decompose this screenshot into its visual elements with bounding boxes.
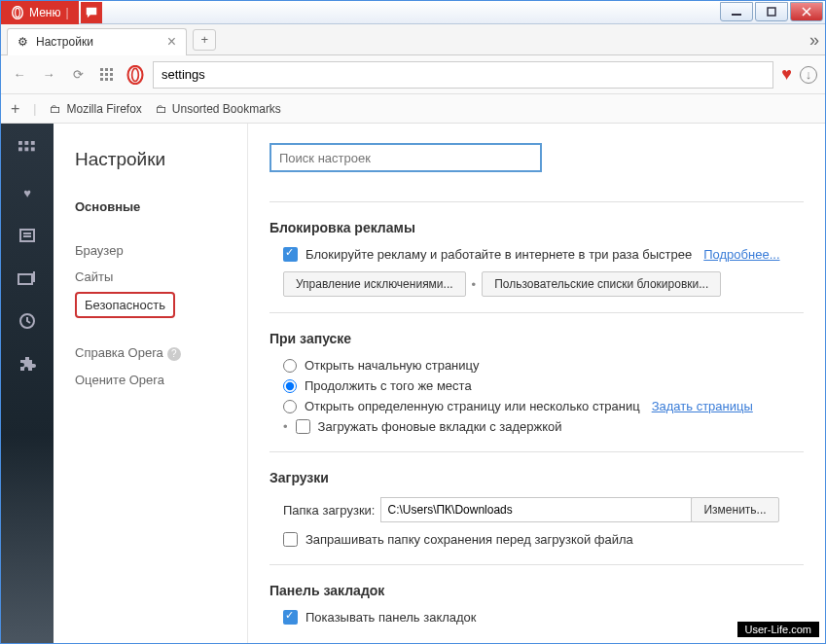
bookmark-folder-unsorted[interactable]: 🗀 Unsorted Bookmarks — [156, 102, 281, 116]
svg-rect-12 — [110, 78, 113, 81]
tab-bar: ⚙ Настройки × + » — [1, 24, 825, 55]
add-bookmark-button[interactable]: + — [11, 100, 19, 118]
svg-rect-17 — [31, 141, 35, 145]
bg-tabs-checkbox[interactable] — [296, 419, 310, 434]
bm-label-0: Mozilla Firefox — [66, 102, 141, 116]
startup-radio-home[interactable] — [283, 359, 297, 373]
svg-rect-10 — [100, 78, 103, 81]
section-title: Блокировка рекламы — [269, 220, 804, 235]
tab-title: Настройки — [36, 35, 93, 49]
new-tab-button[interactable]: + — [193, 29, 216, 51]
folder-icon: 🗀 — [50, 102, 61, 116]
section-title: Загрузки — [269, 470, 804, 485]
svg-rect-4 — [100, 68, 103, 71]
startup-radio-continue[interactable] — [283, 379, 297, 393]
svg-rect-3 — [768, 8, 775, 16]
sidebar-item-sites[interactable]: Сайты — [75, 264, 247, 290]
svg-rect-6 — [110, 68, 113, 71]
opera-menu-button[interactable]: Меню | — [1, 1, 79, 24]
back-button[interactable]: ← — [9, 64, 30, 86]
sidebar-item-browser[interactable]: Браузер — [75, 237, 247, 264]
extensions-icon[interactable] — [17, 353, 38, 375]
settings-content: Блокировка рекламы Блокируйте рекламу и … — [248, 124, 825, 643]
section-title: При запуске — [269, 331, 804, 346]
tabs-icon[interactable] — [17, 268, 38, 289]
close-button[interactable] — [790, 2, 823, 21]
svg-rect-18 — [18, 147, 22, 151]
history-icon[interactable] — [17, 310, 38, 332]
gear-icon: ⚙ — [18, 35, 28, 49]
menu-label: Меню — [29, 6, 60, 19]
bg-tabs-label: Загружать фоновые вкладки с задержкой — [318, 419, 562, 434]
address-bar: ← → ⟳ ♥ ↓ — [1, 55, 825, 94]
bookmarks-icon[interactable]: ♥ — [17, 182, 38, 203]
startup-opt-0: Открыть начальную страницу — [305, 358, 480, 373]
sidebar-item-security[interactable]: Безопасность — [75, 292, 175, 318]
section-startup: При запуске Открыть начальную страницу П… — [269, 312, 804, 451]
sidebar-title: Настройки — [75, 149, 247, 170]
svg-rect-24 — [18, 274, 32, 284]
show-bookmarks-checkbox[interactable] — [283, 610, 298, 625]
downloads-icon[interactable]: ↓ — [800, 66, 817, 84]
bm-label-1: Unsorted Bookmarks — [172, 102, 281, 116]
sidebar-item-rate[interactable]: Оцените Opera — [75, 367, 247, 393]
reload-button[interactable]: ⟳ — [67, 64, 89, 86]
custom-lists-button[interactable]: Пользовательские списки блокировки... — [482, 271, 721, 297]
set-pages-link[interactable]: Задать страницы — [652, 399, 753, 413]
svg-rect-11 — [105, 78, 108, 81]
sidebar-item-basic[interactable]: Основные — [75, 194, 247, 220]
opera-icon — [126, 65, 145, 85]
manage-exceptions-button[interactable]: Управление исключениями... — [283, 271, 466, 297]
chat-icon[interactable] — [81, 2, 102, 23]
svg-point-14 — [132, 68, 139, 81]
bookmarks-bar: + | 🗀 Mozilla Firefox 🗀 Unsorted Bookmar… — [1, 94, 825, 124]
watermark: User-Life.com — [737, 622, 819, 637]
svg-rect-19 — [24, 147, 28, 151]
startup-radio-pages[interactable] — [283, 400, 297, 413]
show-bookmarks-label: Показывать панель закладок — [305, 610, 477, 625]
help-icon: ? — [167, 347, 181, 361]
bookmark-folder-mozilla[interactable]: 🗀 Mozilla Firefox — [50, 102, 141, 116]
window-titlebar: Меню | — [1, 1, 825, 24]
svg-rect-2 — [732, 14, 741, 16]
section-adblock: Блокировка рекламы Блокируйте рекламу и … — [269, 201, 804, 312]
download-path-input[interactable] — [380, 497, 692, 522]
tab-list-button[interactable]: » — [809, 30, 819, 51]
menu-sep: | — [65, 6, 68, 19]
sidebar-item-help[interactable]: Справка Opera? — [75, 340, 247, 367]
adblock-label: Блокируйте рекламу и работайте в интерне… — [305, 247, 692, 262]
favorite-icon[interactable]: ♥ — [781, 64, 792, 85]
forward-button[interactable]: → — [38, 64, 59, 86]
svg-rect-15 — [18, 141, 22, 145]
svg-point-1 — [16, 8, 20, 17]
svg-rect-7 — [100, 73, 103, 76]
svg-rect-20 — [31, 147, 35, 151]
svg-rect-16 — [24, 141, 28, 145]
speed-dial-icon[interactable] — [96, 64, 118, 86]
activity-bar: ♥ — [1, 124, 54, 643]
speed-dial-icon[interactable] — [17, 139, 38, 161]
ask-folder-checkbox[interactable] — [283, 532, 298, 547]
section-downloads: Загрузки Папка загрузки: Изменить... Зап… — [269, 451, 804, 564]
minimize-button[interactable] — [720, 2, 753, 21]
startup-opt-1: Продолжить с того же места — [305, 378, 472, 393]
section-bookmarks-panel: Панель закладок Показывать панель заклад… — [269, 564, 804, 642]
section-title: Панель закладок — [269, 583, 804, 598]
change-path-button[interactable]: Изменить... — [691, 497, 778, 522]
address-input[interactable] — [153, 61, 773, 89]
maximize-button[interactable] — [755, 2, 788, 21]
svg-rect-9 — [110, 73, 113, 76]
download-path-label: Папка загрузки: — [283, 503, 375, 518]
tab-settings[interactable]: ⚙ Настройки × — [7, 28, 187, 55]
svg-rect-5 — [105, 68, 108, 71]
folder-icon: 🗀 — [156, 102, 167, 116]
adblock-checkbox[interactable] — [283, 247, 298, 262]
tab-close-icon[interactable]: × — [167, 33, 176, 51]
startup-opt-2: Открыть определенную страницу или нескол… — [305, 399, 640, 413]
adblock-more-link[interactable]: Подробнее... — [703, 247, 779, 262]
news-icon[interactable] — [17, 225, 38, 246]
ask-folder-label: Запрашивать папку сохранения перед загру… — [305, 532, 633, 547]
settings-sidebar: Настройки Основные Браузер Сайты Безопас… — [54, 124, 248, 643]
svg-rect-8 — [105, 73, 108, 76]
settings-search-input[interactable] — [269, 143, 542, 172]
